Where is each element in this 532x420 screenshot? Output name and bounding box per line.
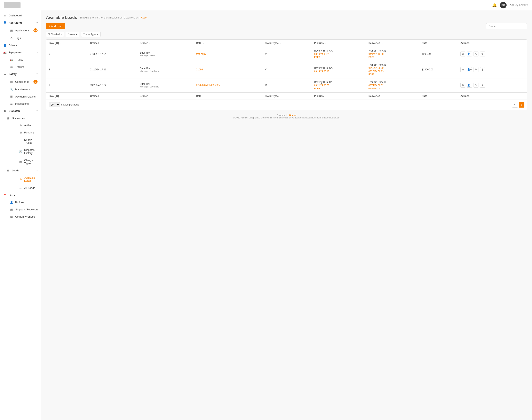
sidebar-item-all-loads[interactable]: ☰ All Loads — [15, 184, 41, 192]
sidebar-item-label: Dispatch — [9, 109, 20, 112]
ref-link[interactable]: f05028f0fdbbdb3bf0de — [196, 84, 221, 87]
copy-icon[interactable]: ⧉ — [460, 83, 465, 88]
filter-chevron: ▾ — [76, 33, 77, 36]
inspections-icon: ☰ — [10, 102, 13, 105]
pending-icon: ⊡ — [19, 131, 22, 134]
sidebar-item-dashboard[interactable]: ⌂ Dashboard — [0, 12, 41, 19]
sidebar-item-drivers[interactable]: 👤 Drivers — [0, 42, 41, 49]
col-pickups[interactable]: Pickups ↕ — [312, 40, 366, 47]
copy-icon[interactable]: ⧉ — [460, 67, 465, 72]
chevron-icon: ▾ — [37, 194, 38, 196]
sidebar-item-dispatch[interactable]: ⊙ Dispatch ▾ — [0, 107, 41, 115]
cell-rate: $500.00 — [419, 47, 458, 61]
edit-icon[interactable]: ✎ — [474, 52, 478, 57]
entries-select[interactable]: 25 50 100 — [49, 102, 60, 107]
cell-ref: test-copy-2 — [193, 47, 262, 61]
sidebar-item-brokers[interactable]: 👤 Brokers — [7, 199, 41, 206]
sidebar-item-available-loads[interactable]: ⊙ Available Loads — [15, 174, 41, 184]
sidebar-item-pending[interactable]: ⊡ Pending — [15, 129, 41, 136]
sidebar-item-dispatch-history[interactable]: 🕐 Dispatch History — [15, 146, 41, 157]
cell-pickups: Beverly Hills, CA 03/16/24 00:24 FCFS — [312, 47, 366, 61]
sidebar-item-compliance[interactable]: ▦ Compliance 2 — [7, 78, 41, 86]
sidebar-item-tags[interactable]: ◇ Tags — [7, 34, 41, 42]
sidebar: ⌂ Dashboard 👤 Recruiting ▾ ▦ Application… — [0, 10, 41, 420]
assign-driver-icon[interactable]: 👤+ — [467, 67, 472, 72]
prev-page-button[interactable]: < — [512, 102, 518, 107]
sidebar-item-applications[interactable]: ▦ Applications 46 — [7, 26, 41, 34]
brand-link[interactable]: Qberry — [289, 114, 296, 116]
assign-driver-icon[interactable]: 👤+ — [467, 52, 472, 57]
sidebar-item-maintenance[interactable]: 🔧 Maintenance — [7, 86, 41, 93]
sidebar-item-trailers[interactable]: ▭ Trailers — [7, 63, 41, 70]
sidebar-item-loads[interactable]: ⊞ Loads ▾ — [7, 167, 41, 174]
filter-trailer-type[interactable]: Trailer Type ▾ — [81, 32, 101, 37]
brokers-icon: 👤 — [10, 201, 13, 204]
equipment-sub: 🚛 Trucks ▭ Trailers — [0, 56, 41, 70]
foot-col-pickups: Pickups — [312, 92, 366, 100]
sidebar-item-shippers[interactable]: ▦ Shippers/Receivers — [7, 206, 41, 213]
sidebar-item-company-shops[interactable]: ▦ Company Shops — [7, 213, 41, 220]
filter-created[interactable]: ▽ Created ▾ — [46, 32, 64, 37]
col-ref[interactable]: Ref# ↕ — [193, 40, 262, 47]
search-input[interactable] — [486, 23, 527, 29]
app-layout: ⌂ Dashboard 👤 Recruiting ▾ ▦ Application… — [0, 10, 532, 420]
sidebar-item-inspections[interactable]: ☰ Inspections — [7, 100, 41, 107]
safety-icon: 🛡 — [3, 73, 7, 75]
col-created[interactable]: Created ↕ — [87, 40, 137, 47]
col-trailer-type[interactable]: Trailer Type ↕ — [263, 40, 312, 47]
user-name[interactable]: Andrey Koval ▾ — [510, 3, 528, 7]
sidebar-item-label: Trailers — [15, 65, 24, 68]
loads-icon: ⊞ — [7, 169, 10, 172]
col-deliveries[interactable]: Deliveries ↕ — [366, 40, 419, 47]
sidebar-item-safety[interactable]: 🛡 Safety ▾ — [0, 70, 41, 78]
sidebar-item-equipment[interactable]: 🚛 Equipment ▾ — [0, 49, 41, 56]
assign-driver-icon[interactable]: 👤+ — [467, 83, 472, 88]
filter-chevron: ▾ — [97, 33, 98, 36]
filter-label: Trailer Type — [83, 33, 96, 36]
cell-rate: – — [419, 78, 458, 92]
col-broker[interactable]: Broker ↕ — [137, 40, 193, 47]
accidents-icon: ☰ — [10, 95, 13, 98]
copy-icon[interactable]: ⧉ — [460, 52, 465, 57]
reset-link[interactable]: Reset — [141, 16, 147, 19]
all-loads-icon: ☰ — [19, 186, 22, 190]
page-subtitle: Showing 1 to 3 of 3 entries (filtered fr… — [80, 16, 147, 19]
table-row: 2 03/25/24 17:19 SuperBrk Manager: Joe L… — [46, 61, 527, 78]
sidebar-item-label: Recruiting — [9, 21, 22, 24]
sidebar-item-accidents[interactable]: ☰ Accidents/Claims — [7, 93, 41, 100]
equipment-icon: 🚛 — [3, 51, 7, 54]
charge-types-icon: ▦ — [19, 160, 22, 164]
cell-pro: 5 — [46, 47, 87, 61]
sidebar-item-label: Dispatches — [12, 117, 25, 120]
page-1-button[interactable]: 1 — [519, 102, 524, 107]
recruiting-icon: 👤 — [3, 21, 7, 24]
cell-created: 04/30/24 17:34 — [87, 47, 137, 61]
col-rate[interactable]: Rate ↕ — [419, 40, 458, 47]
sidebar-item-active[interactable]: ⊙ Active — [15, 122, 41, 129]
sidebar-item-recruiting[interactable]: 👤 Recruiting ▾ — [0, 19, 41, 26]
sidebar-item-empty-trucks[interactable]: □ Empty Trucks — [15, 136, 41, 146]
edit-icon[interactable]: ✎ — [474, 67, 478, 72]
dispatch-icon: ⊙ — [3, 109, 7, 112]
filter-label: Broker — [68, 33, 75, 36]
cell-trailer-type: V — [263, 61, 312, 78]
sidebar-item-charge-types[interactable]: ▦ Charge Types — [15, 157, 41, 167]
sidebar-item-trucks[interactable]: 🚛 Trucks — [7, 56, 41, 63]
empty-trucks-icon: □ — [19, 140, 22, 143]
add-load-button[interactable]: + Add Load — [46, 23, 65, 29]
bell-icon[interactable]: 🔔 — [492, 3, 497, 7]
delete-icon[interactable]: 🗑 — [480, 67, 485, 72]
sidebar-item-dispatches[interactable]: ▦ Dispatches ▾ — [7, 115, 41, 122]
company-shops-icon: ▦ — [10, 215, 13, 218]
ref-link[interactable]: test-copy-2 — [196, 53, 208, 55]
sidebar-item-lists[interactable]: 📍 Lists ▾ — [0, 192, 41, 199]
ref-link[interactable]: 01096 — [196, 68, 203, 71]
sidebar-item-label: Brokers — [15, 201, 24, 204]
edit-icon[interactable]: ✎ — [474, 83, 478, 88]
delete-icon[interactable]: 🗑 — [480, 52, 485, 57]
foot-col-pro: Pro# (ID) — [46, 92, 87, 100]
filter-broker[interactable]: Broker ▾ — [66, 32, 79, 37]
delete-icon[interactable]: 🗑 — [480, 83, 485, 88]
col-pro[interactable]: Pro# (ID) ↕ — [46, 40, 87, 47]
main-content: Available Loads Showing 1 to 3 of 3 entr… — [41, 10, 532, 420]
